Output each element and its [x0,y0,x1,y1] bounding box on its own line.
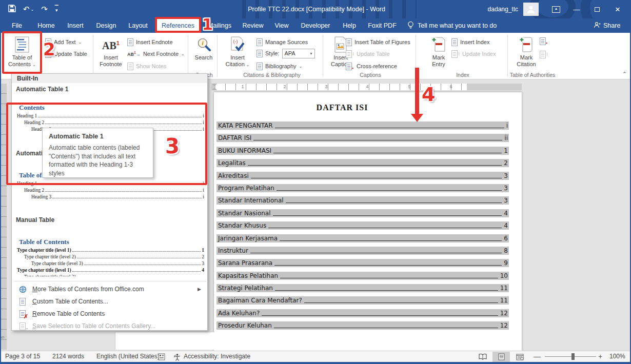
window-bottom-edge [1,362,631,364]
toc-row[interactable]: Program Pelatihan3 [216,184,509,192]
bibliography-icon [257,63,263,70]
user-name[interactable]: dadang_ttc [488,6,518,13]
insert-footnote-button[interactable]: AB1 Insert Footnote [97,35,124,77]
next-footnote-button[interactable]: AB1→ Next Footnote⌄ [127,49,185,59]
zoom-slider-track[interactable] [545,356,596,357]
tab-layout[interactable]: Layout [125,18,151,33]
toc-row[interactable]: Sarana Prasarana9 [216,259,509,267]
insert-footnote-icon: AB1 [102,35,120,54]
tab-design[interactable]: Design [93,18,119,33]
annotation-step-2: 2 [43,39,55,59]
tab-review[interactable]: Review [240,18,266,33]
tab-help[interactable]: Help [339,18,360,33]
insert-citation-icon: (-) [230,35,245,54]
first-line-indent-marker[interactable] [212,84,217,87]
zoom-in-button[interactable]: + [598,351,602,362]
tell-me-box[interactable]: Tell me what you want to do [407,18,497,33]
tab-insert[interactable]: Insert [64,18,87,33]
insert-endnote-button[interactable]: Insert Endnote [127,37,173,47]
minimize-button[interactable]: — [566,0,587,18]
document-title[interactable]: DAFTAR ISI [286,103,399,112]
hanging-indent-marker[interactable] [212,87,217,90]
toc-row[interactable]: Ada Keluhan?12 [216,309,509,317]
table-of-contents-field[interactable]: KATA PENGANTARi DAFTAR ISIii BUKU INFORM… [216,122,509,330]
tab-view[interactable]: View [271,18,292,33]
index-group-label: Index [437,72,488,78]
toc-row[interactable]: Prosedur Keluhan12 [216,321,509,330]
insert-table-of-authorities-button[interactable]: ▪ [540,36,546,46]
toc-row[interactable]: Legalitas2 [216,159,509,167]
menu-item-remove-table-of-contents[interactable]: ✗ Remove Table of Contents [12,308,208,320]
manage-sources-button[interactable]: Manage Sources [257,37,308,47]
blank-strip [115,332,214,350]
style-select[interactable]: APA ▾ [282,49,315,58]
tab-developer[interactable]: Developer [299,18,332,33]
status-bar: Page 3 of 15 2124 words English (United … [1,351,631,362]
ruler-number: 4 [364,84,370,89]
ruler-number: 3 [323,84,329,89]
update-table-captions-button: ! Update Table [346,49,390,59]
toc-row[interactable]: Instruktur8 [216,247,509,255]
toc-row[interactable]: Standar International3 [216,196,509,205]
insert-table-of-figures-icon [346,38,352,46]
insert-citation-button[interactable]: (-) Insert Citation ⌄ [223,35,252,77]
language-indicator[interactable]: English (United States) [96,351,160,362]
toc-row[interactable]: Akreditasi3 [216,172,509,180]
toc-row[interactable]: Strategi Pelatihan11 [216,284,509,292]
menu-item-custom-table-of-contents[interactable]: Custom Table of Contents... [12,295,208,308]
toc-row[interactable]: Standar Khusus4 [216,221,509,230]
menu-item-more-tables-from-office[interactable]: More Tables of Contents from Office.com … [12,283,208,295]
toc-row[interactable]: KATA PENGANTARi [216,122,509,130]
ribbon-display-options-button[interactable]: ▴ [546,0,566,18]
zoom-slider-thumb[interactable] [571,353,575,360]
accessibility-status[interactable]: Accessibility: Investigate [184,351,250,362]
collapse-ribbon-button[interactable]: ⌃ [622,71,627,77]
share-button[interactable]: Share [594,18,620,33]
save-selection-icon: ▪ [19,322,26,330]
maximize-button[interactable] [587,0,607,18]
print-layout-button[interactable] [492,352,510,362]
annotation-box-references-tab [155,17,201,33]
insert-index-button[interactable]: Insert Index [451,37,489,47]
insert-table-of-figures-button[interactable]: Insert Table of Figures [346,37,410,47]
update-table-of-authorities-icon: ! [540,51,546,58]
toc-row[interactable]: Standar Nasional4 [216,209,509,217]
tab-file[interactable]: File [6,18,28,33]
close-button[interactable]: ✕ [607,0,628,18]
show-notes-button: Show Notes [127,61,166,71]
toc-row[interactable]: Kapasitas Pelatihan10 [216,272,509,280]
toc-row[interactable]: BUKU INFORMASI1 [216,147,509,155]
web-layout-button[interactable] [511,352,528,362]
read-mode-button[interactable] [474,352,491,362]
update-table-captions-icon: ! [346,50,352,58]
bibliography-button[interactable]: Bibliography⌄ [257,61,302,71]
tab-home[interactable]: Home [34,18,58,33]
annotation-step-3: 3 [165,134,180,158]
avatar[interactable] [523,3,539,16]
tab-foxit-pdf[interactable]: Foxit PDF [365,18,399,33]
mark-citation-button[interactable]: Mark Citation [512,35,541,77]
cross-reference-button[interactable]: ▪ Cross-reference [346,61,397,71]
toc-row[interactable]: Jaringan Kerjasama6 [216,234,509,242]
search-button[interactable]: i Search [192,35,215,77]
toc-row[interactable]: DAFTAR ISIii [216,134,509,142]
cross-reference-icon: ▪ [346,63,352,70]
dropdown-builtin-header: Built-In [12,74,207,83]
toc-row[interactable]: Bagaiman Cara Mendaftar?11 [216,296,509,305]
ribbon: Table of Contents ⌄ Add Text⌄ Update Tab… [1,33,631,79]
zoom-out-button[interactable]: — [534,351,541,362]
mark-entry-icon [431,35,446,54]
zoom-level[interactable]: 100% [609,351,625,362]
share-label: Share [603,22,620,29]
mark-entry-button[interactable]: Mark Entry [426,35,451,77]
lightbulb-icon [407,21,414,31]
mark-citation-icon [519,35,534,54]
word-count[interactable]: 2124 words [52,351,84,362]
insert-table-of-authorities-icon: ▪ [540,37,546,45]
chevron-down-icon: ⌄ [299,64,303,69]
annotation-box-toc-button [2,31,42,74]
horizontal-ruler[interactable]: 1 2 3 4 5 6 [211,84,522,90]
page-indicator[interactable]: Page 3 of 15 [5,351,40,362]
gallery-item-manual-table[interactable]: Table of Contents Type chapter title (le… [16,238,204,276]
chevron-down-icon: ▾ [310,51,312,56]
